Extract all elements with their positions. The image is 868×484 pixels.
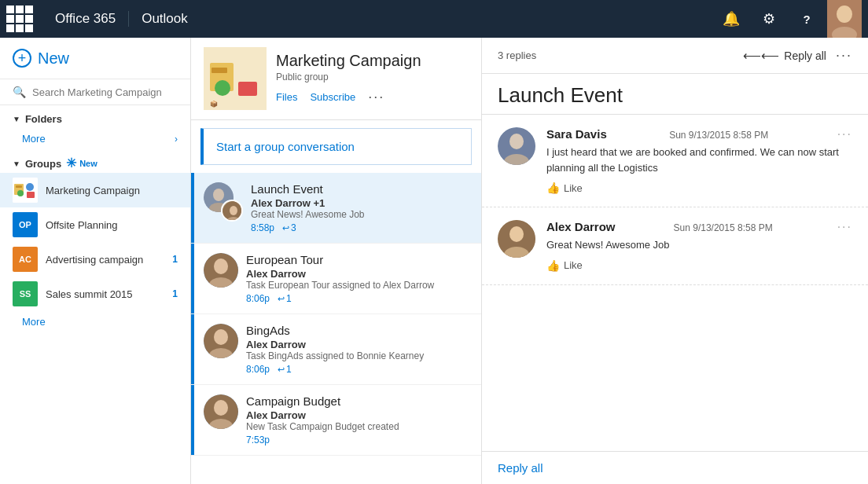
reply-body-alex: Alex Darrow Sun 9/13/2015 8:58 PM ··· Gr… xyxy=(546,220,852,272)
main-layout: + New 🔍 ▼ Folders More › ▼ Groups ✳ New xyxy=(0,38,868,484)
conv-indicator-budget xyxy=(191,385,194,455)
avatar-image xyxy=(827,0,862,38)
svg-point-6 xyxy=(26,183,34,191)
top-nav: Office 365 Outlook 🔔 ⚙ ? xyxy=(0,0,868,38)
reply-all-button[interactable]: ⟵⟵ Reply all xyxy=(743,48,826,63)
conv-body-bingads: BingAds Alex Darrow Task BingAds assigne… xyxy=(246,324,469,375)
conv-item-european[interactable]: European Tour Alex Darrow Task European … xyxy=(191,244,481,314)
reply-all-footer-button[interactable]: Reply all xyxy=(498,461,543,475)
svg-point-35 xyxy=(509,226,524,242)
conv-meta-bingads: 8:06p ↩ 1 xyxy=(246,364,469,375)
brand-title: Office 365 xyxy=(42,11,129,27)
subscribe-link[interactable]: Subscribe xyxy=(310,91,355,103)
bell-icon[interactable]: 🔔 xyxy=(714,0,748,38)
group-item-name-marketing: Marketing Campaign xyxy=(46,185,178,196)
like-icon-sara: 👍 xyxy=(546,182,560,194)
like-button-alex[interactable]: 👍 Like xyxy=(546,259,583,272)
conv-indicator-european xyxy=(191,244,194,314)
reply-header-row-alex: Alex Darrow Sun 9/13/2015 8:58 PM ··· xyxy=(546,220,852,234)
conv-sender-european: Alex Darrow xyxy=(246,268,469,280)
folders-header[interactable]: ▼ Folders xyxy=(13,113,178,125)
svg-point-20 xyxy=(230,206,237,215)
group-avatar-marketing xyxy=(13,178,38,203)
conv-meta-budget: 7:53p xyxy=(246,434,469,446)
group-header: 📦 Marketing Campaign Public group Files … xyxy=(191,38,481,120)
reply-more-icon-sara[interactable]: ··· xyxy=(837,127,852,141)
svg-point-17 xyxy=(213,189,224,201)
conv-avatar-european xyxy=(204,253,238,288)
group-avatar-sales: SS xyxy=(13,281,38,306)
conv-replies-bingads: ↩ 1 xyxy=(278,364,292,375)
conv-item-launch[interactable]: Launch Event Alex Darrow +1 Great News! … xyxy=(191,173,481,244)
reply-item-alex: Alex Darrow Sun 9/13/2015 8:58 PM ··· Gr… xyxy=(482,207,868,285)
folders-label: Folders xyxy=(25,113,62,125)
search-input[interactable] xyxy=(32,86,178,98)
svg-point-14 xyxy=(215,80,230,96)
conv-title-budget: Campaign Budget xyxy=(246,394,469,408)
group-header-name: Marketing Campaign xyxy=(276,52,469,70)
group-item-name-advertising: Advertising campaign xyxy=(46,254,164,266)
conv-item-budget[interactable]: Campaign Budget Alex Darrow New Task Cam… xyxy=(191,385,481,456)
new-label: New xyxy=(38,50,69,68)
conv-preview-launch: Great News! Awesome Job xyxy=(251,209,469,220)
reply-author-sara: Sara Davis xyxy=(546,127,607,141)
like-icon-alex: 👍 xyxy=(546,259,560,272)
conv-sender-bingads: Alex Darrow xyxy=(246,339,469,350)
svg-rect-11 xyxy=(211,68,227,73)
group-header-img: 📦 xyxy=(204,47,267,110)
sidebar: + New 🔍 ▼ Folders More › ▼ Groups ✳ New xyxy=(0,38,191,484)
conv-preview-bingads: Task BingAds assigned to Bonnie Kearney xyxy=(246,350,469,361)
folders-more-link[interactable]: More › xyxy=(0,128,190,149)
group-item-advertising[interactable]: AC Advertising campaign 1 xyxy=(0,242,190,277)
conversation-list: Launch Event Alex Darrow +1 Great News! … xyxy=(191,173,481,484)
right-header-actions: ⟵⟵ Reply all ··· xyxy=(743,47,852,64)
reply-more-icon-alex[interactable]: ··· xyxy=(837,220,852,234)
reply-item-sara: Sara Davis Sun 9/13/2015 8:58 PM ··· I j… xyxy=(482,115,868,207)
new-conversation-bar[interactable]: Start a group conversation xyxy=(200,128,472,165)
app-title: Outlook xyxy=(142,11,714,27)
conv-avatars-launch xyxy=(204,182,243,222)
reply-text-sara: I just heard that we are booked and conf… xyxy=(546,145,852,175)
conv-replies-launch: ↩ 3 xyxy=(282,222,296,233)
middle-panel: 📦 Marketing Campaign Public group Files … xyxy=(191,38,482,484)
gear-icon[interactable]: ⚙ xyxy=(752,0,786,38)
reply-time-sara: Sun 9/13/2015 8:58 PM xyxy=(669,130,768,141)
conv-avatar-bingads xyxy=(204,324,238,358)
new-button[interactable]: + New xyxy=(0,38,190,79)
svg-text:📦: 📦 xyxy=(210,100,218,108)
reply-header-row-sara: Sara Davis Sun 9/13/2015 8:58 PM ··· xyxy=(546,127,852,141)
new-conversation-placeholder: Start a group conversation xyxy=(216,140,355,153)
groups-header[interactable]: ▼ Groups ✳ New xyxy=(0,149,190,173)
reply-time-alex: Sun 9/13/2015 8:58 PM xyxy=(674,222,773,233)
conv-item-bingads[interactable]: BingAds Alex Darrow Task BingAds assigne… xyxy=(191,314,481,385)
svg-rect-13 xyxy=(238,82,257,96)
replies-count: 3 replies xyxy=(498,50,536,61)
app-grid-icon[interactable] xyxy=(6,6,33,32)
conv-meta-european: 8:06p ↩ 1 xyxy=(246,293,469,304)
group-item-name-sales: Sales summit 2015 xyxy=(46,288,164,300)
right-header-more-icon[interactable]: ··· xyxy=(836,47,852,64)
svg-point-32 xyxy=(509,134,524,149)
chevron-down-icon-groups: ▼ xyxy=(13,160,20,168)
groups-more-link[interactable]: More xyxy=(0,311,190,332)
conv-title-launch: Launch Event xyxy=(251,182,469,196)
group-item-offsite[interactable]: OP Offsite Planning xyxy=(0,207,190,242)
reply-icon-eu: ↩ xyxy=(278,294,285,304)
files-link[interactable]: Files xyxy=(276,91,297,103)
like-button-sara[interactable]: 👍 Like xyxy=(546,182,583,194)
conv-time-budget: 7:53p xyxy=(246,434,270,446)
help-icon[interactable]: ? xyxy=(789,0,824,38)
conv-indicator-bingads xyxy=(191,314,194,384)
conv-time-bingads: 8:06p xyxy=(246,364,270,375)
reply-avatar-sara xyxy=(498,127,535,165)
user-avatar[interactable] xyxy=(827,0,862,38)
group-header-more-icon[interactable]: ··· xyxy=(368,89,384,105)
svg-rect-5 xyxy=(16,185,22,188)
svg-point-29 xyxy=(214,400,228,416)
svg-point-23 xyxy=(214,258,228,274)
group-item-marketing[interactable]: Marketing Campaign xyxy=(0,173,190,207)
group-item-sales[interactable]: SS Sales summit 2015 1 xyxy=(0,277,190,311)
reply-actions-sara: 👍 Like xyxy=(546,182,852,194)
svg-point-8 xyxy=(17,190,24,196)
conv-sender-launch: Alex Darrow +1 xyxy=(251,197,469,209)
